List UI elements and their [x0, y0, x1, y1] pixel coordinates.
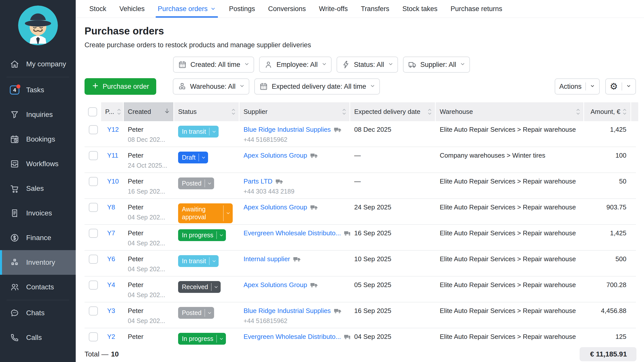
- chevron-down-icon: [212, 129, 217, 134]
- filter-created[interactable]: Created: All time: [173, 57, 254, 73]
- status-badge[interactable]: In progress: [178, 229, 226, 241]
- truck-icon: [344, 334, 350, 340]
- row-checkbox[interactable]: [89, 125, 98, 134]
- status-label: In transit: [182, 257, 206, 265]
- avatar[interactable]: [18, 6, 58, 46]
- filter-employee[interactable]: Employee: All: [259, 57, 332, 73]
- row-checkbox[interactable]: [89, 177, 98, 186]
- gear-icon: ⚙: [610, 82, 618, 91]
- table-row: Y11Peter24 Oct 2025...DraftApex Solution…: [85, 147, 636, 173]
- table-settings-button[interactable]: ⚙: [605, 78, 636, 95]
- tab-write-offs[interactable]: Write-offs: [319, 0, 348, 18]
- filter-warehouse[interactable]: Warehouse: All: [173, 78, 250, 95]
- row-checkbox[interactable]: [89, 151, 98, 160]
- status-badge[interactable]: Received: [178, 281, 221, 293]
- filter-expected-delivery-date[interactable]: Expected delivery date: All time: [254, 78, 380, 95]
- chevron-down-icon: [321, 61, 327, 69]
- new-purchase-order-button[interactable]: Purchase order: [85, 78, 156, 95]
- row-checkbox[interactable]: [89, 255, 98, 264]
- truck-icon: [344, 230, 350, 236]
- amount-cell: 4,456.88: [584, 302, 636, 328]
- tab-purchase-returns[interactable]: Purchase returns: [451, 0, 502, 18]
- column-header-spacer: [631, 102, 638, 121]
- sidebar-item-inventory[interactable]: Inventory: [0, 250, 76, 275]
- sidebar-divider: [7, 77, 69, 77]
- sidebar-item-chats[interactable]: Chats: [0, 301, 76, 325]
- sidebar-item-calls[interactable]: Calls: [0, 325, 76, 350]
- amount-cell: 903.75: [584, 199, 636, 224]
- table-row: Y12Peter08 Dec 202...In transitBlue Ridg…: [85, 121, 636, 147]
- order-id-link[interactable]: Y10: [107, 177, 119, 185]
- sidebar-item-tasks[interactable]: 4Tasks: [0, 78, 76, 102]
- sidebar-item-workflows[interactable]: Workflows: [0, 152, 76, 176]
- column-header-warehouse[interactable]: Warehouse: [436, 102, 584, 121]
- order-id-link[interactable]: Y11: [107, 152, 118, 159]
- supplier-link[interactable]: Evergreen Wholesale Distributo...: [244, 333, 341, 341]
- status-badge[interactable]: Posted: [178, 177, 214, 189]
- supplier-link[interactable]: Blue Ridge Industrial Supplies: [244, 307, 331, 315]
- supplier-link[interactable]: Apex Solutions Group: [244, 281, 307, 289]
- order-id-link[interactable]: Y6: [107, 255, 115, 263]
- row-checkbox[interactable]: [89, 229, 98, 238]
- status-label: Received: [182, 283, 208, 291]
- button-divider: [585, 82, 586, 90]
- sidebar-item-contacts[interactable]: Contacts: [0, 275, 76, 299]
- sidebar-item-invoices[interactable]: Invoices: [0, 201, 76, 225]
- tab-transfers[interactable]: Transfers: [361, 0, 389, 18]
- row-checkbox[interactable]: [89, 203, 98, 212]
- expected-date-cell: 16 Sep 2025: [350, 302, 436, 328]
- column-header-status[interactable]: Status: [174, 102, 239, 121]
- status-badge[interactable]: Draft: [178, 152, 208, 163]
- order-id-link[interactable]: Y12: [107, 126, 119, 133]
- status-badge[interactable]: In transit: [178, 126, 219, 138]
- sidebar-item-label: Tasks: [26, 86, 44, 94]
- row-checkbox[interactable]: [89, 332, 98, 341]
- tab-conversions[interactable]: Conversions: [268, 0, 306, 18]
- supplier-link[interactable]: Apex Solutions Group: [244, 203, 307, 211]
- filter-label: Employee: All: [276, 61, 318, 69]
- sidebar-item-sales[interactable]: Sales: [0, 176, 76, 201]
- sidebar-item-bookings[interactable]: Bookings: [0, 127, 76, 152]
- supplier-link[interactable]: Parts LTD: [244, 177, 272, 185]
- order-id-cell: Y4: [101, 277, 124, 302]
- created-date: 16 Sep 202...: [128, 188, 171, 195]
- status-badge[interactable]: Awaiting approval: [178, 203, 233, 223]
- filter-row-primary: Created: All timeEmployee: AllStatus: Al…: [173, 57, 644, 73]
- column-header-expected[interactable]: Expected delivery date: [350, 102, 436, 121]
- order-id-link[interactable]: Y3: [107, 307, 115, 314]
- column-header-select[interactable]: [85, 102, 101, 121]
- status-label: Posted: [182, 309, 202, 317]
- filter-supplier[interactable]: Supplier: All: [403, 57, 470, 73]
- order-id-link[interactable]: Y8: [107, 203, 115, 211]
- column-header-created[interactable]: Created: [124, 102, 174, 121]
- supplier-link[interactable]: Blue Ridge Industrial Supplies: [244, 126, 331, 133]
- supplier-link[interactable]: Evergreen Wholesale Distributo...: [244, 229, 341, 237]
- sidebar-item-finance[interactable]: Finance: [0, 225, 76, 250]
- tab-purchase-orders[interactable]: Purchase orders: [158, 0, 216, 18]
- sidebar-item-my-company[interactable]: My company: [0, 52, 76, 76]
- status-badge[interactable]: In transit: [178, 255, 219, 267]
- finance-icon: [10, 233, 20, 243]
- tab-postings[interactable]: Postings: [229, 0, 255, 18]
- tab-vehicles[interactable]: Vehicles: [119, 0, 145, 18]
- column-header-amount[interactable]: Amount, €: [584, 102, 631, 121]
- tab-stock[interactable]: Stock: [89, 0, 106, 18]
- sidebar-item-inquiries[interactable]: Inquiries: [0, 102, 76, 127]
- row-checkbox[interactable]: [89, 306, 98, 315]
- status-badge[interactable]: In progress: [178, 333, 226, 345]
- column-header-p[interactable]: P...: [101, 102, 124, 121]
- row-checkbox[interactable]: [89, 281, 98, 290]
- order-id-link[interactable]: Y7: [107, 229, 115, 237]
- filter-status[interactable]: Status: All: [337, 57, 398, 73]
- order-id-link[interactable]: Y4: [107, 281, 115, 289]
- actions-button[interactable]: Actions: [555, 78, 600, 95]
- created-cell: Peter08 Dec 202...: [124, 121, 174, 147]
- order-id-link[interactable]: Y2: [107, 333, 115, 340]
- row-select-cell: [85, 277, 101, 302]
- status-badge[interactable]: Posted: [178, 307, 214, 319]
- select-all-checkbox[interactable]: [88, 107, 97, 116]
- supplier-link[interactable]: Apex Solutions Group: [244, 152, 307, 159]
- column-header-supplier[interactable]: Supplier: [239, 102, 350, 121]
- supplier-link[interactable]: Internal supplier: [244, 255, 290, 263]
- tab-stock-takes[interactable]: Stock takes: [402, 0, 437, 18]
